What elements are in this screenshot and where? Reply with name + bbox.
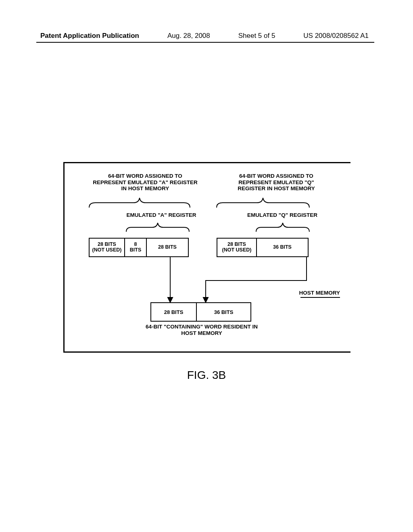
register-q-row: 28 BITS (NOT USED) 36 BITS	[217, 238, 309, 257]
figure-label: FIG. 3B	[0, 369, 413, 382]
arrow-q-to-containing	[202, 257, 315, 303]
reg-q-unused: 28 BITS (NOT USED)	[217, 238, 257, 257]
brace-q-outer	[215, 196, 311, 208]
brace-a-inner	[124, 221, 191, 233]
label-host-memory: HOST MEMORY	[299, 290, 340, 296]
containing-28bits: 28 BITS	[150, 302, 197, 322]
sheet-number: Sheet 5 of 5	[238, 32, 275, 40]
publication-type: Patent Application Publication	[40, 32, 139, 40]
page-header: Patent Application Publication Aug. 28, …	[0, 32, 413, 40]
header-rule	[36, 42, 374, 43]
svg-marker-1	[168, 297, 173, 302]
host-memory-underline	[300, 297, 340, 298]
reg-a-unused: 28 BITS (NOT USED)	[89, 238, 125, 257]
arrow-a-to-containing	[166, 257, 174, 303]
label-containing-word: 64-BIT "CONTAINING" WORD RESIDENT IN HOS…	[145, 324, 258, 336]
register-a-row: 28 BITS (NOT USED) 8 BITS 28 BITS	[89, 238, 189, 257]
publication-date: Aug. 28, 2008	[167, 32, 210, 40]
svg-marker-2	[203, 297, 208, 302]
figure-frame: 64-BIT WORD ASSIGNED TO REPRESENT EMULAT…	[63, 162, 350, 353]
label-a-word: 64-BIT WORD ASSIGNED TO REPRESENT EMULAT…	[93, 173, 198, 192]
containing-word-row: 28 BITS 36 BITS	[150, 302, 251, 322]
label-q-register: EMULATED "Q" REGISTER	[242, 212, 323, 218]
containing-36bits: 36 BITS	[197, 302, 251, 322]
publication-number: US 2008/0208562 A1	[303, 32, 369, 40]
reg-a-28bits: 28 BITS	[147, 238, 189, 257]
brace-a-outer	[87, 196, 192, 208]
brace-q-inner	[254, 221, 311, 233]
label-q-word: 64-BIT WORD ASSIGNED TO REPRESENT EMULAT…	[224, 173, 329, 192]
reg-q-36bits: 36 BITS	[257, 238, 309, 257]
label-a-register: EMULATED "A" REGISTER	[121, 212, 202, 218]
reg-a-8bits: 8 BITS	[125, 238, 147, 257]
